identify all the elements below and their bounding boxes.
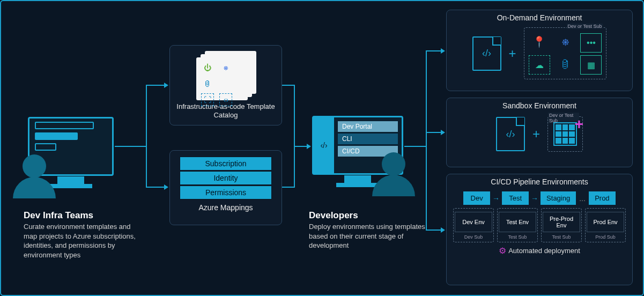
connector-line xyxy=(146,85,147,188)
env-test: Test Env Test Sub xyxy=(497,208,538,242)
arrow-icon: → xyxy=(492,194,500,203)
database-icon: 🛢 xyxy=(201,77,214,90)
dev-infra-text: Dev Infra Teams Curate environment templ… xyxy=(24,210,140,260)
env-dev-name: Dev Env xyxy=(455,212,492,232)
env-preprod: Pre-Prod Env Test Sub xyxy=(541,208,582,242)
kubernetes-icon: ⎈ xyxy=(554,32,576,51)
pipeline-title: CI/CD Pipeline Environments xyxy=(447,174,632,188)
env-preprod-sub: Test Sub xyxy=(543,234,580,240)
kubernetes-icon: ⎈ xyxy=(219,61,232,74)
connector-line xyxy=(294,146,295,188)
ellipsis-icon: ... xyxy=(579,194,586,203)
pipeline-envs: Dev Env Dev Sub Test Env Test Sub Pre-Pr… xyxy=(447,208,632,242)
dev-list-portal: Dev Portal xyxy=(337,121,398,132)
pipeline-stages: Dev → Test → Staging ... Prod xyxy=(447,191,632,205)
developers-visual: ‹/› Dev Portal CLI CI/CD xyxy=(312,116,403,175)
mapping-subscription: Subscription xyxy=(180,157,272,171)
resource-grid: Dev or Test Sub 📍 ⎈ ••• ☁ 🛢 ▦ xyxy=(524,27,607,79)
mapping-permissions: Permissions xyxy=(180,186,272,199)
sandbox-code-icon: ‹/› xyxy=(496,117,525,151)
mappings-panel: Subscription Identity Permissions Azure … xyxy=(169,150,282,225)
env-preprod-name: Pre-Prod Env xyxy=(543,212,580,232)
cloud-icon: ☁ xyxy=(529,55,550,75)
resource-grid-label: Dev or Test Sub xyxy=(567,24,603,29)
connector-line xyxy=(146,85,165,86)
sandbox-plus-icon: + xyxy=(532,127,540,142)
mappings-title: Azure Mappings xyxy=(170,200,282,214)
sandbox-grid-icon: + xyxy=(553,122,577,146)
env-test-name: Test Env xyxy=(499,212,536,232)
stage-prod: Prod xyxy=(589,191,616,205)
connector-line xyxy=(294,146,308,147)
connector-line xyxy=(146,187,165,188)
gear-icon: ⚙ xyxy=(499,246,506,256)
automated-deployment: ⚙ Automated deployment xyxy=(447,246,632,256)
dev-infra-visual xyxy=(28,117,114,176)
expand-icon: ⛶ xyxy=(201,93,214,106)
automated-deployment-label: Automated deployment xyxy=(508,247,580,255)
arrow-icon xyxy=(441,130,445,135)
env-prod-sub: Prod Sub xyxy=(587,234,624,240)
plus-icon: + xyxy=(509,46,516,61)
catalog-panel: ⏻ ⎈ 🛢 ⛶ ‹› Infrastructure-as-code Templa… xyxy=(169,45,282,125)
person-icon xyxy=(23,154,46,178)
document-stack-icon: ⏻ ⎈ 🛢 ⛶ ‹› xyxy=(196,51,255,99)
developers-title: Developers xyxy=(309,210,432,221)
arrow-icon xyxy=(164,184,168,190)
developers-desc: Deploy environments using templates base… xyxy=(309,222,432,250)
connector-line xyxy=(426,230,442,231)
sandbox-resource-grid: Dev or Test Sub + xyxy=(547,116,583,152)
grid-icon: ▦ xyxy=(580,55,602,75)
mapping-identity: Identity xyxy=(180,171,272,185)
developers-text: Developers Deploy environments using tem… xyxy=(309,210,432,250)
connector-line xyxy=(282,85,295,86)
env-dev-sub: Dev Sub xyxy=(455,234,492,240)
dev-infra-title: Dev Infra Teams xyxy=(24,210,140,221)
pipeline-panel: CI/CD Pipeline Environments Dev → Test →… xyxy=(446,174,633,285)
connector-line xyxy=(404,146,426,147)
dev-person-icon xyxy=(382,152,405,176)
connector-line xyxy=(426,50,442,51)
add-icon: + xyxy=(575,116,583,133)
arrow-icon xyxy=(441,227,445,233)
env-dev: Dev Env Dev Sub xyxy=(453,208,494,242)
sandbox-title: Sandbox Environment xyxy=(447,98,632,112)
connector-line xyxy=(282,187,295,188)
power-icon: ⏻ xyxy=(201,61,214,74)
env-prod-name: Prod Env xyxy=(587,212,624,232)
connector-line xyxy=(294,85,295,146)
ondemand-panel: On-Demand Environment ‹/› + Dev or Test … xyxy=(446,10,633,91)
person-body-icon xyxy=(13,177,56,198)
env-test-sub: Test Sub xyxy=(499,234,536,240)
stage-staging: Staging xyxy=(541,191,576,205)
dev-infra-desc: Curate environment templates and map pro… xyxy=(24,222,140,260)
stage-dev: Dev xyxy=(463,191,490,205)
pin-icon: 📍 xyxy=(529,32,550,51)
dev-person-body-icon xyxy=(372,175,415,196)
env-prod: Prod Env Prod Sub xyxy=(585,208,626,242)
storage-icon: 🛢 xyxy=(554,55,576,74)
code-file-icon: ‹/› xyxy=(472,36,501,71)
connector-line xyxy=(115,146,146,147)
arrow-icon xyxy=(164,83,168,88)
arrow-icon: → xyxy=(531,194,538,203)
stage-test: Test xyxy=(502,191,529,205)
arrow-icon xyxy=(441,48,445,54)
sandbox-panel: Sandbox Environment ‹/› + Dev or Test Su… xyxy=(446,98,633,167)
connector-line xyxy=(426,50,427,230)
code-icon: ‹› xyxy=(219,93,232,106)
more-icon: ••• xyxy=(580,33,602,53)
dev-list-cli: CLI xyxy=(337,133,398,145)
arrow-icon xyxy=(307,144,311,149)
connector-line xyxy=(426,132,442,133)
ondemand-title: On-Demand Environment xyxy=(447,10,632,24)
code-badge-icon: ‹/› xyxy=(314,117,334,173)
